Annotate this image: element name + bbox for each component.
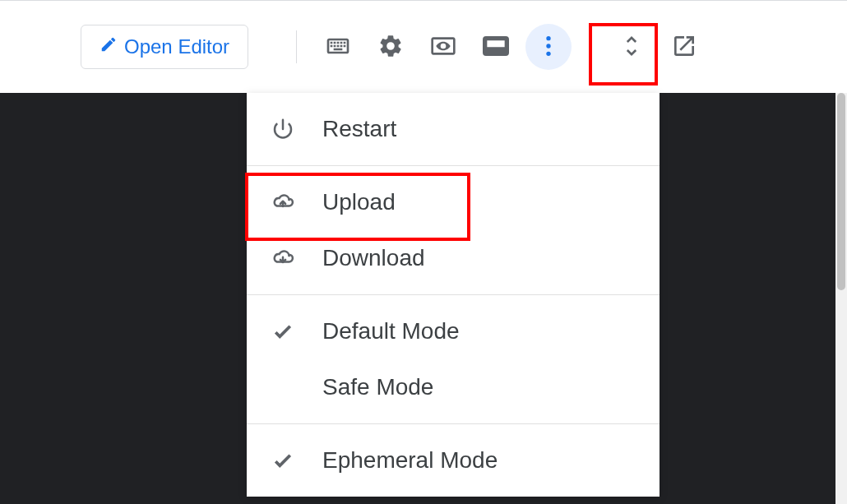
menu-item-safe-mode[interactable]: Safe Mode [247,359,660,415]
menu-item-download[interactable]: Download [247,230,660,286]
scrollbar-thumb[interactable] [837,93,845,290]
svg-point-2 [546,36,550,40]
more-options-menu: Restart Upload Download Default Mode Saf… [247,93,660,497]
panel-bottom-icon [483,33,509,62]
separator [296,30,297,63]
menu-item-ephemeral-mode[interactable]: Ephemeral Mode [247,432,660,488]
check-icon [270,447,296,474]
keyboard-button[interactable] [315,24,361,70]
menu-item-label: Ephemeral Mode [322,447,498,474]
empty-icon [270,374,296,400]
more-options-button[interactable] [525,24,572,70]
svg-point-4 [546,51,550,55]
gear-icon [377,33,404,62]
cloud-upload-icon [270,189,296,215]
open-new-window-button[interactable] [661,24,707,70]
settings-button[interactable] [368,24,414,70]
unfold-icon [618,33,645,62]
menu-item-label: Download [322,245,425,271]
menu-item-label: Default Mode [322,318,460,344]
menu-item-upload[interactable]: Upload [247,174,660,230]
svg-point-3 [546,44,550,48]
open-in-new-icon [671,33,697,62]
more-vertical-icon [535,33,562,62]
menu-item-label: Upload [322,189,396,215]
pencil-icon [100,35,118,58]
open-editor-button[interactable]: Open Editor [81,25,248,69]
power-icon [270,116,296,142]
cloud-download-icon [270,245,296,271]
check-icon [270,318,296,344]
menu-item-restart[interactable]: Restart [247,101,660,157]
panel-button[interactable] [473,24,519,70]
eye-box-icon [430,33,456,62]
menu-item-label: Restart [322,116,396,142]
keyboard-icon [325,33,351,62]
menu-item-label: Safe Mode [322,374,433,400]
separator [590,30,590,63]
toolbar: Open Editor [0,0,847,93]
preview-button[interactable] [420,24,466,70]
menu-item-default-mode[interactable]: Default Mode [247,303,660,359]
open-editor-label: Open Editor [124,35,229,58]
dropdown-scrollbar[interactable] [835,93,847,504]
expand-collapse-button[interactable] [609,24,655,70]
